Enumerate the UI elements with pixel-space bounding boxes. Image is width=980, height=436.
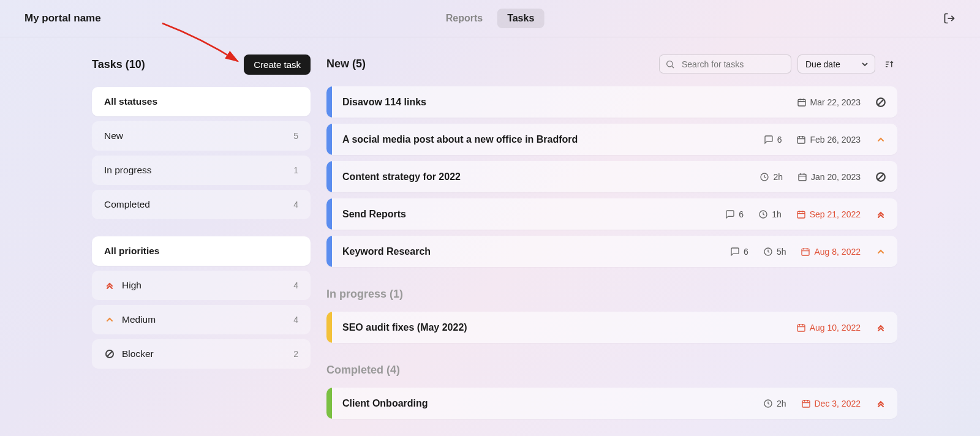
filter-status-new[interactable]: New 5 bbox=[92, 121, 311, 151]
task-name: Keyword Research bbox=[342, 246, 730, 257]
task-time: 2h bbox=[763, 399, 786, 408]
filter-label: All priorities bbox=[104, 246, 159, 257]
task-name: Send Reports bbox=[342, 209, 725, 220]
task-due: Aug 10, 2022 bbox=[796, 323, 861, 333]
svg-rect-40 bbox=[802, 400, 810, 407]
filter-status-inprogress[interactable]: In progress 1 bbox=[92, 156, 311, 185]
status-bar bbox=[326, 312, 332, 343]
priority-filters: All priorities High 4 Medium 4 bbox=[92, 236, 311, 369]
task-meta: Mar 22, 2023 bbox=[797, 97, 887, 108]
section-new-title: New (5) bbox=[326, 58, 653, 70]
calendar-icon bbox=[796, 323, 806, 333]
filter-count: 4 bbox=[293, 315, 298, 325]
filter-all-priorities[interactable]: All priorities bbox=[92, 236, 311, 266]
task-row[interactable]: A social media post about a new office i… bbox=[326, 124, 897, 155]
filter-status-completed[interactable]: Completed 4 bbox=[92, 190, 311, 219]
filter-count: 4 bbox=[293, 280, 298, 290]
search-input[interactable] bbox=[659, 55, 791, 73]
tab-tasks[interactable]: Tasks bbox=[497, 9, 544, 28]
task-due: Mar 22, 2023 bbox=[797, 97, 861, 107]
sort-select[interactable]: Due date bbox=[797, 55, 875, 73]
clock-icon bbox=[760, 172, 769, 182]
calendar-icon bbox=[796, 135, 806, 145]
priority-medium-icon bbox=[875, 247, 886, 256]
filter-count: 2 bbox=[293, 349, 298, 359]
calendar-icon bbox=[797, 172, 807, 182]
task-name: Content strategy for 2022 bbox=[342, 171, 760, 182]
status-bar bbox=[326, 388, 332, 419]
tab-reports[interactable]: Reports bbox=[436, 9, 492, 28]
task-due: Feb 26, 2023 bbox=[796, 135, 861, 145]
clock-icon bbox=[758, 209, 768, 219]
filter-label: In progress bbox=[104, 165, 152, 176]
sort-direction-button[interactable] bbox=[881, 56, 897, 72]
app-header: My portal name Reports Tasks bbox=[0, 0, 980, 37]
task-row[interactable]: SEO audit fixes (May 2022)Aug 10, 2022 bbox=[326, 312, 897, 343]
task-name: Client Onboarding bbox=[342, 398, 763, 409]
logout-icon[interactable] bbox=[943, 12, 956, 24]
comment-icon bbox=[764, 135, 774, 145]
create-task-button[interactable]: Create task bbox=[244, 55, 311, 75]
calendar-icon bbox=[801, 399, 811, 408]
search-icon bbox=[665, 59, 675, 69]
priority-blocker-icon bbox=[875, 171, 886, 182]
filter-label: Blocker bbox=[122, 348, 154, 359]
svg-rect-31 bbox=[802, 249, 809, 255]
priority-high-icon bbox=[875, 399, 886, 408]
task-due: Jan 20, 2023 bbox=[797, 172, 861, 182]
priority-blocker-icon bbox=[875, 97, 886, 108]
priority-high-icon bbox=[875, 323, 886, 332]
filter-label: Completed bbox=[104, 199, 150, 210]
svg-line-4 bbox=[672, 66, 674, 68]
comment-icon bbox=[730, 247, 740, 257]
svg-line-2 bbox=[107, 351, 112, 356]
priority-medium-icon bbox=[104, 314, 115, 325]
svg-rect-14 bbox=[797, 137, 805, 143]
task-row[interactable]: Keyword Research65hAug 8, 2022 bbox=[326, 236, 897, 267]
task-row[interactable]: Send Reports61hSep 21, 2022 bbox=[326, 198, 897, 230]
filter-label: All statuses bbox=[104, 96, 157, 107]
filter-priority-medium[interactable]: Medium 4 bbox=[92, 305, 311, 334]
search-box bbox=[659, 55, 791, 73]
section-completed-title: Completed (4) bbox=[326, 364, 897, 377]
svg-line-13 bbox=[878, 99, 884, 105]
clock-icon bbox=[763, 399, 773, 408]
task-meta: 6Feb 26, 2023 bbox=[764, 135, 886, 145]
priority-blocker-icon bbox=[104, 348, 115, 359]
priority-high-icon bbox=[104, 280, 115, 291]
calendar-icon bbox=[801, 247, 810, 257]
filter-count: 1 bbox=[293, 165, 298, 175]
filter-count: 5 bbox=[293, 131, 298, 141]
svg-rect-26 bbox=[797, 211, 805, 218]
svg-rect-8 bbox=[798, 99, 805, 106]
comment-icon bbox=[725, 209, 735, 219]
task-due: Dec 3, 2022 bbox=[801, 399, 861, 408]
priority-medium-icon bbox=[875, 135, 886, 144]
task-meta: 61hSep 21, 2022 bbox=[725, 209, 886, 219]
task-row[interactable]: Content strategy for 20222hJan 20, 2023 bbox=[326, 161, 897, 192]
filter-label: Medium bbox=[122, 314, 156, 325]
filter-priority-high[interactable]: High 4 bbox=[92, 271, 311, 300]
filter-priority-blocker[interactable]: Blocker 2 bbox=[92, 339, 311, 369]
nav-tabs: Reports Tasks bbox=[436, 9, 545, 28]
task-time: 1h bbox=[758, 209, 782, 219]
task-comments: 6 bbox=[730, 247, 748, 257]
section-inprogress-title: In progress (1) bbox=[326, 288, 897, 301]
task-meta: 2hDec 3, 2022 bbox=[763, 399, 886, 408]
task-time: 5h bbox=[763, 247, 786, 257]
svg-line-24 bbox=[878, 174, 884, 179]
status-bar bbox=[326, 236, 332, 267]
task-content: New (5) Due date Disavow 114 linksMar 22… bbox=[326, 55, 897, 436]
svg-rect-35 bbox=[797, 325, 805, 331]
filter-all-statuses[interactable]: All statuses bbox=[92, 87, 311, 116]
clock-icon bbox=[763, 247, 773, 257]
status-bar bbox=[326, 86, 332, 118]
chevron-down-icon bbox=[861, 61, 869, 68]
task-due: Aug 8, 2022 bbox=[801, 247, 861, 257]
task-row[interactable]: Client Onboarding2hDec 3, 2022 bbox=[326, 388, 897, 419]
calendar-icon bbox=[797, 97, 807, 107]
task-row[interactable]: Disavow 114 linksMar 22, 2023 bbox=[326, 86, 897, 118]
calendar-icon bbox=[796, 209, 806, 219]
portal-title: My portal name bbox=[24, 12, 101, 24]
filter-label: High bbox=[122, 280, 141, 291]
